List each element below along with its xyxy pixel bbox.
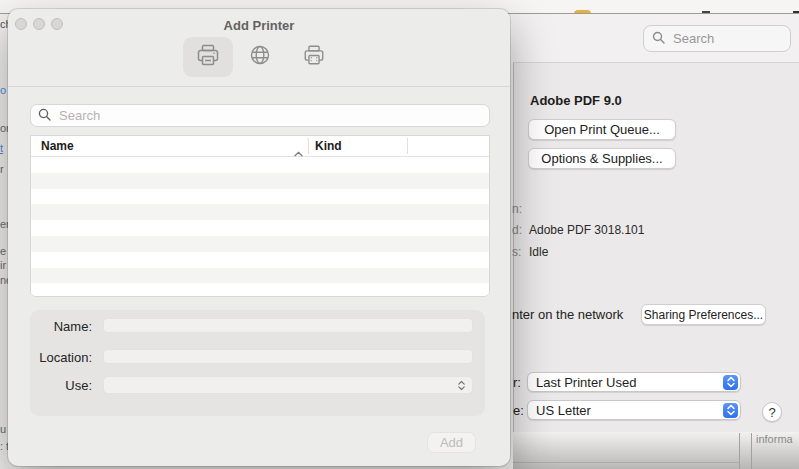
sharing-preferences-button[interactable]: Sharing Preferences... bbox=[641, 304, 766, 325]
search-icon bbox=[652, 30, 665, 48]
printer-search-field[interactable] bbox=[30, 104, 490, 127]
table-header: Name Kind bbox=[31, 136, 489, 157]
divider bbox=[8, 86, 510, 87]
dialog-title: Add Printer bbox=[8, 18, 510, 33]
paper-size-select[interactable]: US Letter bbox=[527, 400, 741, 420]
use-label: Use: bbox=[30, 378, 92, 393]
location-label: Location: bbox=[30, 350, 92, 365]
printer-status-value: Idle bbox=[529, 245, 548, 259]
location-label-fragment: n: bbox=[512, 202, 522, 216]
name-field[interactable] bbox=[103, 318, 473, 333]
ip-printer-icon bbox=[302, 43, 326, 71]
column-divider[interactable] bbox=[308, 138, 309, 154]
help-button[interactable]: ? bbox=[762, 402, 782, 422]
stepper-icon bbox=[457, 379, 466, 392]
divider bbox=[513, 462, 740, 463]
paper-size-value: US Letter bbox=[536, 403, 723, 418]
globe-icon bbox=[248, 43, 272, 71]
options-supplies-button[interactable]: Options & Supplies... bbox=[528, 148, 676, 169]
default-printer-value: Last Printer Used bbox=[536, 375, 723, 390]
stepper-icon bbox=[723, 375, 738, 390]
share-printer-text-fragment: nter on the network bbox=[512, 307, 623, 322]
stepper-icon bbox=[723, 403, 738, 418]
printer-kind-value: Adobe PDF 3018.101 bbox=[529, 223, 644, 237]
default-printer-select[interactable]: Last Printer Used bbox=[527, 372, 741, 392]
tab-default-printer[interactable] bbox=[183, 37, 233, 77]
tab-ip-printer[interactable] bbox=[235, 37, 285, 77]
selected-printer-name: Adobe PDF 9.0 bbox=[530, 93, 622, 108]
add-printer-dialog: Add Printer bbox=[8, 9, 510, 466]
default-printer-label-fragment: r: bbox=[513, 375, 521, 390]
open-print-queue-button[interactable]: Open Print Queue... bbox=[528, 119, 676, 140]
name-label: Name: bbox=[30, 319, 92, 334]
column-header-kind[interactable]: Kind bbox=[315, 139, 342, 153]
search-icon bbox=[38, 107, 51, 125]
tab-windows-printer[interactable] bbox=[289, 37, 339, 77]
divider bbox=[739, 433, 740, 469]
location-field[interactable] bbox=[103, 349, 473, 364]
divider bbox=[751, 433, 752, 469]
printer-list[interactable] bbox=[31, 157, 489, 297]
add-button[interactable]: Add bbox=[428, 433, 475, 452]
column-divider[interactable] bbox=[407, 138, 408, 154]
paper-size-label-fragment: e: bbox=[513, 403, 524, 418]
printer-details-form: Name: Location: Use: bbox=[30, 310, 485, 416]
search-input[interactable] bbox=[57, 107, 482, 124]
status-label-fragment: s: bbox=[512, 245, 521, 259]
printers-window-search-field[interactable] bbox=[643, 25, 791, 52]
background-text-fragment: informa bbox=[756, 433, 793, 445]
printer-icon bbox=[195, 42, 221, 72]
kind-label-fragment: d: bbox=[512, 223, 522, 237]
printer-table: Name Kind bbox=[30, 135, 490, 297]
desktop: ch o l or t r er e ir nc u : t Adobe PDF… bbox=[0, 0, 799, 469]
use-select[interactable] bbox=[103, 376, 473, 394]
search-input[interactable] bbox=[671, 30, 775, 47]
column-header-name[interactable]: Name bbox=[41, 139, 74, 153]
